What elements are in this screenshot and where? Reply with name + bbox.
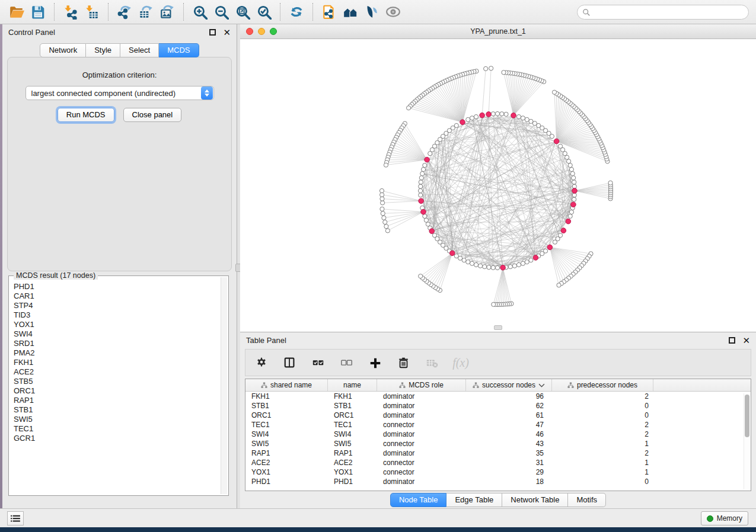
cell-name[interactable]: TEC1 bbox=[328, 421, 377, 429]
cell-shared-name[interactable]: YOX1 bbox=[245, 468, 328, 476]
tab-network[interactable]: Network bbox=[40, 43, 86, 57]
cell-predecessor-nodes[interactable]: 1 bbox=[552, 440, 653, 448]
select-all-checkboxes-button[interactable] bbox=[311, 355, 326, 370]
table-row-SWI4[interactable]: SWI4SWI4dominator462 bbox=[245, 430, 751, 439]
table-options-gear-button[interactable] bbox=[254, 355, 269, 370]
column-header-shared-name[interactable]: shared name bbox=[245, 379, 328, 391]
cell-MCDS-role[interactable]: dominator bbox=[377, 411, 466, 419]
table-row-YOX1[interactable]: YOX1YOX1connector291 bbox=[245, 467, 751, 477]
cell-successor-nodes[interactable]: 31 bbox=[466, 459, 552, 467]
tab-style[interactable]: Style bbox=[86, 43, 120, 57]
table-float-panel-icon[interactable] bbox=[729, 337, 735, 344]
close-panel-icon[interactable]: ✕ bbox=[223, 29, 231, 36]
cell-MCDS-role[interactable]: dominator bbox=[377, 449, 466, 457]
table-row-RAP1[interactable]: RAP1RAP1dominator352 bbox=[245, 448, 751, 458]
cell-shared-name[interactable]: PHD1 bbox=[245, 477, 328, 486]
optimization-criterion-select[interactable]: largest connected component (undirected) bbox=[25, 86, 214, 100]
cell-MCDS-role[interactable]: connector bbox=[377, 440, 466, 448]
mcds-result-item[interactable]: SWI5 bbox=[14, 415, 220, 424]
mcds-result-item[interactable]: STB1 bbox=[14, 405, 220, 415]
cell-name[interactable]: YOX1 bbox=[328, 468, 377, 476]
cell-MCDS-role[interactable]: dominator bbox=[377, 402, 466, 410]
cell-predecessor-nodes[interactable]: 0 bbox=[552, 402, 653, 410]
cell-shared-name[interactable]: STB1 bbox=[245, 402, 328, 410]
new-network-from-selection-button[interactable] bbox=[318, 2, 340, 22]
cell-successor-nodes[interactable]: 62 bbox=[466, 402, 552, 410]
cell-shared-name[interactable]: FKH1 bbox=[245, 392, 328, 400]
tab-mcds[interactable]: MCDS bbox=[159, 43, 199, 57]
table-row-PHD1[interactable]: PHD1PHD1dominator180 bbox=[245, 477, 751, 486]
mcds-list-scrollbar[interactable] bbox=[221, 277, 227, 494]
table-row-STB1[interactable]: STB1STB1dominator620 bbox=[245, 401, 751, 411]
cell-shared-name[interactable]: TEC1 bbox=[245, 421, 328, 429]
cell-MCDS-role[interactable]: connector bbox=[377, 459, 466, 467]
cell-shared-name[interactable]: SWI4 bbox=[245, 430, 328, 438]
mcds-result-item[interactable]: RAP1 bbox=[14, 396, 220, 405]
network-canvas[interactable] bbox=[240, 39, 756, 332]
open-session-button[interactable] bbox=[6, 2, 27, 22]
cell-name[interactable]: FKH1 bbox=[328, 392, 377, 400]
cell-successor-nodes[interactable]: 61 bbox=[466, 411, 552, 419]
zoom-selected-button[interactable] bbox=[253, 2, 275, 22]
zoom-out-button[interactable] bbox=[210, 2, 232, 22]
cell-name[interactable]: PHD1 bbox=[328, 477, 377, 486]
mcds-result-item[interactable]: SWI4 bbox=[14, 329, 220, 339]
cell-name[interactable]: ACE2 bbox=[328, 459, 377, 467]
table-row-SWI5[interactable]: SWI5SWI5connector431 bbox=[245, 439, 751, 448]
export-image-button[interactable] bbox=[157, 2, 178, 22]
mcds-result-item[interactable]: CAR1 bbox=[14, 291, 220, 301]
mcds-result-item[interactable]: TEC1 bbox=[14, 424, 220, 434]
zoom-in-button[interactable] bbox=[189, 2, 210, 22]
mcds-result-item[interactable]: PHD1 bbox=[14, 282, 220, 291]
cell-MCDS-role[interactable]: dominator bbox=[377, 392, 466, 400]
cell-MCDS-role[interactable]: connector bbox=[377, 421, 466, 429]
tab-node-table[interactable]: Node Table bbox=[390, 493, 447, 507]
cell-MCDS-role[interactable]: dominator bbox=[377, 477, 466, 486]
cell-predecessor-nodes[interactable]: 1 bbox=[552, 468, 653, 476]
cell-predecessor-nodes[interactable]: 0 bbox=[552, 411, 653, 419]
mcds-result-item[interactable]: SRD1 bbox=[14, 339, 220, 348]
tab-select[interactable]: Select bbox=[120, 43, 159, 57]
cell-shared-name[interactable]: ACE2 bbox=[245, 459, 328, 467]
cell-name[interactable]: RAP1 bbox=[328, 449, 377, 457]
cell-predecessor-nodes[interactable]: 1 bbox=[552, 459, 653, 467]
save-session-button[interactable] bbox=[27, 2, 49, 22]
column-filter-chevron-icon[interactable] bbox=[538, 382, 545, 389]
cell-shared-name[interactable]: SWI5 bbox=[245, 440, 328, 448]
mcds-result-item[interactable]: YOX1 bbox=[14, 320, 220, 329]
cell-successor-nodes[interactable]: 47 bbox=[466, 421, 552, 429]
cell-name[interactable]: ORC1 bbox=[328, 411, 377, 419]
table-row-FKH1[interactable]: FKH1FKH1dominator962 bbox=[245, 392, 751, 401]
cell-predecessor-nodes[interactable]: 2 bbox=[552, 430, 653, 438]
show-details-eye-button[interactable] bbox=[382, 2, 404, 22]
memory-button[interactable]: Memory bbox=[701, 511, 748, 525]
graphics-details-button[interactable] bbox=[361, 2, 382, 22]
column-header-successor-nodes[interactable]: successor nodes bbox=[466, 379, 552, 391]
horizontal-splitter-handle[interactable] bbox=[494, 325, 502, 330]
cell-successor-nodes[interactable]: 35 bbox=[466, 449, 552, 457]
cell-predecessor-nodes[interactable]: 2 bbox=[552, 392, 653, 400]
cell-successor-nodes[interactable]: 43 bbox=[466, 440, 552, 448]
table-scrollbar[interactable] bbox=[744, 393, 750, 489]
show-panels-list-button[interactable] bbox=[7, 511, 24, 525]
cell-MCDS-role[interactable]: connector bbox=[377, 468, 466, 476]
float-panel-icon[interactable] bbox=[209, 29, 216, 36]
mcds-result-item[interactable]: PMA2 bbox=[14, 348, 220, 358]
table-close-panel-icon[interactable]: ✕ bbox=[742, 337, 750, 344]
column-header-predecessor-nodes[interactable]: predecessor nodes bbox=[552, 379, 653, 391]
table-row-TEC1[interactable]: TEC1TEC1connector472 bbox=[245, 420, 751, 430]
mcds-result-item[interactable]: STB5 bbox=[14, 377, 220, 386]
cell-successor-nodes[interactable]: 29 bbox=[466, 468, 552, 476]
close-panel-button[interactable]: Close panel bbox=[123, 108, 182, 122]
cell-name[interactable]: STB1 bbox=[328, 402, 377, 410]
mcds-result-item[interactable]: ORC1 bbox=[14, 386, 220, 396]
mcds-result-item[interactable]: ACE2 bbox=[14, 367, 220, 377]
table-row-ORC1[interactable]: ORC1ORC1dominator610 bbox=[245, 411, 751, 420]
deselect-all-checkboxes-button[interactable] bbox=[339, 355, 355, 370]
cell-shared-name[interactable]: ORC1 bbox=[245, 411, 328, 419]
mcds-result-item[interactable]: FKH1 bbox=[14, 358, 220, 367]
cell-name[interactable]: SWI4 bbox=[328, 430, 377, 438]
cell-successor-nodes[interactable]: 18 bbox=[466, 477, 552, 486]
cell-successor-nodes[interactable]: 96 bbox=[466, 392, 552, 400]
run-mcds-button[interactable]: Run MCDS bbox=[58, 108, 114, 122]
